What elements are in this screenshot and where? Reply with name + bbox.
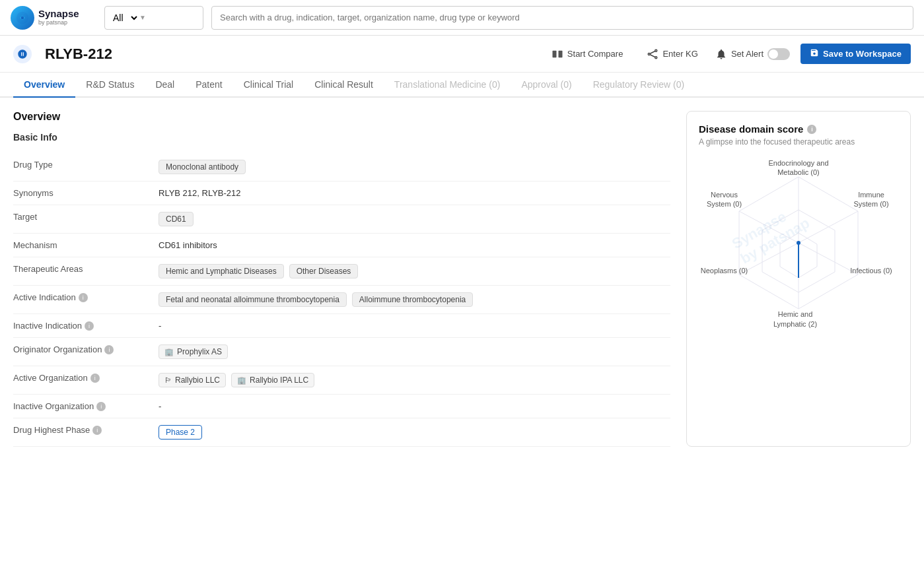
svg-line-8 xyxy=(651,54,656,57)
originator-org-info-icon[interactable]: i xyxy=(104,345,114,354)
tab-clinical-result[interactable]: Clinical Result xyxy=(304,73,384,98)
svg-point-5 xyxy=(655,49,657,51)
radar-label-endocrinology: Endocrinology andMetabolic (0) xyxy=(762,158,835,178)
value-active-indication: Fetal and neonatal alloimmune thrombocyt… xyxy=(159,292,670,307)
flag-icon: 🏳 xyxy=(164,376,172,384)
active-indication-info-icon[interactable]: i xyxy=(79,293,88,302)
phase-info-icon[interactable]: i xyxy=(92,426,102,435)
logo-bypatsnap: by patsnap xyxy=(38,20,79,26)
drug-actions: Start Compare Enter KG Set Alert xyxy=(545,44,911,64)
label-drug-type: Drug Type xyxy=(13,160,159,170)
building-icon: 🏢 xyxy=(164,348,174,356)
search-type-dropdown[interactable]: All ▼ xyxy=(104,6,203,30)
search-input[interactable] xyxy=(220,13,905,22)
label-active-org: Active Organization i xyxy=(13,373,159,383)
building-icon-2: 🏢 xyxy=(237,376,246,385)
start-compare-label: Start Compare xyxy=(567,49,623,59)
tag-cd61[interactable]: CD61 xyxy=(159,212,194,226)
alert-icon xyxy=(715,48,727,60)
toggle-knob xyxy=(769,49,778,59)
save-workspace-button[interactable]: Save to Workspace xyxy=(800,44,911,64)
value-mechanism: CD61 inhibitors xyxy=(159,240,670,250)
svg-point-1 xyxy=(21,16,24,19)
logo-synapse: Synapse xyxy=(38,9,79,20)
tag-fnait[interactable]: Fetal and neonatal alloimmune thrombocyt… xyxy=(159,292,347,307)
navbar: Synapse by patsnap All ▼ xyxy=(0,0,924,36)
drug-name: RLYB-212 xyxy=(45,46,532,63)
tab-approval: Approval (0) xyxy=(511,73,582,98)
label-synonyms: Synonyms xyxy=(13,188,159,198)
drug-icon xyxy=(13,45,32,63)
tag-other-diseases[interactable]: Other Diseases xyxy=(289,264,359,278)
org-rallybio[interactable]: 🏳 Rallybio LLC xyxy=(159,373,226,387)
value-drug-highest-phase: Phase 2 xyxy=(159,425,670,440)
inactive-indication-text: - xyxy=(159,321,161,331)
value-therapeutic-areas: Hemic and Lymphatic Diseases Other Disea… xyxy=(159,264,670,278)
disease-panel-title: Disease domain score i xyxy=(699,123,898,135)
disease-domain-panel: Disease domain score i A glimpse into th… xyxy=(686,111,911,447)
radar-label-infectious: Infectious (0) xyxy=(845,266,898,275)
compare-icon xyxy=(551,48,563,60)
start-compare-button[interactable]: Start Compare xyxy=(545,44,630,64)
active-org-info-icon[interactable]: i xyxy=(90,374,100,383)
radar-chart-wrap: Synapseby patsnap xyxy=(699,157,898,329)
logo-text: Synapse by patsnap xyxy=(38,9,79,26)
org-rallybio-ipa[interactable]: 🏢 Rallybio IPA LLC xyxy=(231,373,314,387)
radar-svg xyxy=(699,157,898,329)
mechanism-text: CD61 inhibitors xyxy=(159,240,217,250)
disease-domain-info-icon[interactable]: i xyxy=(807,125,816,134)
label-originator-org: Originator Organization i xyxy=(13,344,159,354)
row-drug-highest-phase: Drug Highest Phase i Phase 2 xyxy=(13,418,670,447)
row-active-indication: Active Indication i Fetal and neonatal a… xyxy=(13,286,670,314)
value-active-org: 🏳 Rallybio LLC 🏢 Rallybio IPA LLC xyxy=(159,373,670,387)
inactive-org-text: - xyxy=(159,401,161,411)
synonyms-text: RLYB 212, RLYB-212 xyxy=(159,188,241,198)
enter-kg-button[interactable]: Enter KG xyxy=(640,44,704,64)
label-inactive-org: Inactive Organization i xyxy=(13,401,159,411)
set-alert-toggle[interactable] xyxy=(767,48,790,60)
content-left: Overview Basic Info Drug Type Monoclonal… xyxy=(13,111,670,447)
value-drug-type: Monoclonal antibody xyxy=(159,160,670,174)
svg-point-17 xyxy=(797,241,800,245)
tab-overview[interactable]: Overview xyxy=(13,73,75,98)
inactive-org-info-icon[interactable]: i xyxy=(96,402,106,411)
value-target: CD61 xyxy=(159,212,670,226)
value-synonyms: RLYB 212, RLYB-212 xyxy=(159,188,670,198)
radar-label-immune: ImmuneSystem (0) xyxy=(845,190,898,209)
label-active-indication: Active Indication i xyxy=(13,292,159,302)
row-originator-org: Originator Organization i 🏢 Prophylix AS xyxy=(13,338,670,366)
logo-area: Synapse by patsnap xyxy=(11,6,96,30)
section-overview-title: Overview xyxy=(13,111,670,123)
radar-label-nervous: NervousSystem (0) xyxy=(699,190,749,209)
label-mechanism: Mechanism xyxy=(13,240,159,250)
radar-label-neoplasms: Neoplasms (0) xyxy=(699,266,749,275)
set-alert-wrap: Set Alert xyxy=(715,48,790,60)
disease-panel-subtitle: A glimpse into the focused therapeutic a… xyxy=(699,137,898,147)
save-workspace-label: Save to Workspace xyxy=(823,49,902,59)
section-basic-info-title: Basic Info xyxy=(13,132,670,143)
value-inactive-indication: - xyxy=(159,321,670,331)
label-drug-highest-phase: Drug Highest Phase i xyxy=(13,425,159,435)
kg-icon xyxy=(647,48,658,60)
tag-hemic-lymphatic[interactable]: Hemic and Lymphatic Diseases xyxy=(159,264,284,278)
main-content: Overview Basic Info Drug Type Monoclonal… xyxy=(0,98,924,460)
tag-phase-2[interactable]: Phase 2 xyxy=(159,425,202,440)
org-prophylix[interactable]: 🏢 Prophylix AS xyxy=(159,344,228,359)
tab-rd-status[interactable]: R&D Status xyxy=(75,73,145,98)
label-therapeutic-areas: Therapeutic Areas xyxy=(13,264,159,274)
svg-rect-2 xyxy=(552,50,556,57)
tab-regulatory-review: Regulatory Review (0) xyxy=(583,73,695,98)
tab-clinical-trial[interactable]: Clinical Trial xyxy=(233,73,304,98)
tab-translational-medicine: Translational Medicine (0) xyxy=(384,73,511,98)
search-input-wrap xyxy=(211,6,913,30)
tag-ait[interactable]: Alloimmune thrombocytopenia xyxy=(352,292,473,307)
row-target: Target CD61 xyxy=(13,205,670,234)
row-inactive-org: Inactive Organization i - xyxy=(13,395,670,418)
tab-deal[interactable]: Deal xyxy=(145,73,185,98)
row-therapeutic-areas: Therapeutic Areas Hemic and Lymphatic Di… xyxy=(13,257,670,286)
drug-header: RLYB-212 Start Compare Enter KG xyxy=(0,36,924,73)
search-type-select[interactable]: All xyxy=(105,12,139,24)
label-target: Target xyxy=(13,212,159,222)
tab-patent[interactable]: Patent xyxy=(185,73,232,98)
inactive-indication-info-icon[interactable]: i xyxy=(85,321,94,331)
